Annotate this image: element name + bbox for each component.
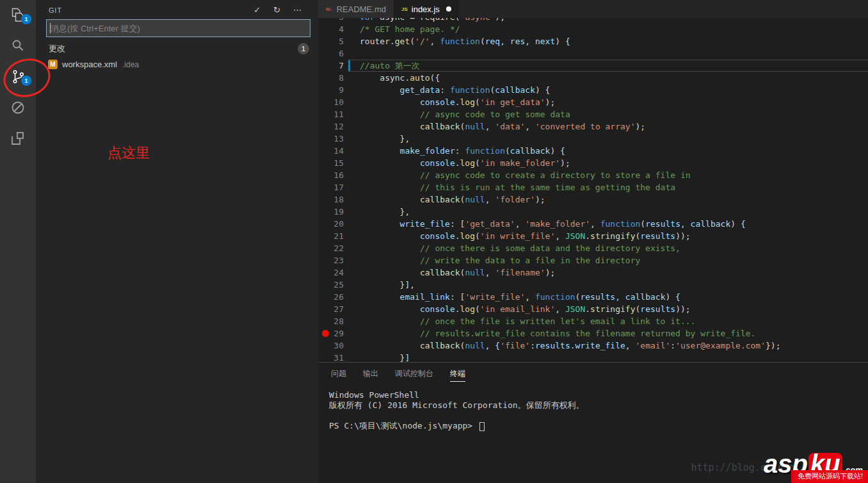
- line-number[interactable]: 17: [318, 181, 344, 193]
- activity-item-source-control[interactable]: 1: [0, 63, 36, 94]
- line-number[interactable]: 6: [318, 47, 344, 60]
- line-number[interactable]: 14: [318, 145, 344, 157]
- code-text: async.auto({: [360, 72, 868, 84]
- code-text: var async = require('async');: [360, 18, 868, 23]
- line-number[interactable]: 24: [318, 266, 344, 279]
- panel-tab[interactable]: 问题: [331, 368, 346, 382]
- commit-button[interactable]: ✓: [253, 5, 261, 15]
- code-line[interactable]: 15 console.log('in make_folder');: [318, 157, 868, 169]
- code-line[interactable]: 24 callback(null, 'filename');: [318, 266, 868, 279]
- code-line[interactable]: 13 },: [318, 133, 868, 145]
- line-number[interactable]: 18: [318, 193, 344, 206]
- line-number[interactable]: 3: [318, 18, 344, 23]
- scm-title: GIT: [49, 6, 253, 14]
- activity-item-search[interactable]: [0, 32, 36, 63]
- code-line[interactable]: 26 email_link: ['write_file', function(r…: [318, 291, 868, 303]
- line-number[interactable]: 20: [318, 218, 344, 230]
- code-text: callback(null, 'folder');: [360, 193, 868, 206]
- code-text: },: [360, 206, 868, 218]
- code-line[interactable]: 20 write_file: ['get_data', 'make_folder…: [318, 218, 868, 230]
- code-line[interactable]: 4/* GET home page. */: [318, 23, 868, 35]
- line-number[interactable]: 12: [318, 120, 344, 133]
- line-number[interactable]: 28: [318, 315, 344, 327]
- code-line[interactable]: 17 // this is run at the same time as ge…: [318, 181, 868, 193]
- editor-group: M↓ README.md JS index.js 3var async = re…: [318, 0, 868, 483]
- refresh-button[interactable]: ↻: [273, 5, 280, 15]
- panel-tab[interactable]: 调试控制台: [395, 368, 433, 382]
- more-actions-button[interactable]: ⋯: [293, 5, 301, 15]
- code-line[interactable]: 18 callback(null, 'folder');: [318, 193, 868, 206]
- code-text: callback(null, {'file':results.write_fil…: [360, 340, 868, 352]
- code-line[interactable]: 5router.get('/', function(req, res, next…: [318, 35, 868, 47]
- panel-tab[interactable]: 终端: [450, 368, 465, 382]
- code-line[interactable]: 6: [318, 47, 868, 60]
- line-number[interactable]: 8: [318, 72, 344, 84]
- code-text: // async code to get some data: [360, 108, 868, 120]
- unsaved-changes-dot[interactable]: [446, 6, 451, 12]
- code-line[interactable]: 21 console.log('in write_file', JSON.str…: [318, 230, 868, 242]
- code-line[interactable]: 9 get_data: function(callback) {: [318, 84, 868, 96]
- activity-item-debug[interactable]: [0, 94, 36, 124]
- line-number[interactable]: 4: [318, 23, 344, 35]
- code-text: // results.write_file contains the filen…: [360, 327, 868, 340]
- code-text: }]: [360, 352, 868, 362]
- line-number[interactable]: 22: [318, 242, 344, 254]
- code-line[interactable]: 14 make_folder: function(callback) {: [318, 145, 868, 157]
- line-number[interactable]: 19: [318, 206, 344, 218]
- changed-file-row[interactable]: M workspace.xml .idea: [36, 58, 318, 71]
- line-number[interactable]: 25: [318, 279, 344, 291]
- line-number[interactable]: 11: [318, 108, 344, 120]
- code-line[interactable]: 3var async = require('async');: [318, 18, 868, 23]
- code-line[interactable]: 27 console.log('in email_link', JSON.str…: [318, 303, 868, 315]
- activity-item-extensions[interactable]: [0, 124, 36, 155]
- tab-label: index.js: [412, 4, 440, 14]
- code-text: // once there is some data and the direc…: [360, 242, 868, 254]
- line-number[interactable]: 7: [318, 60, 344, 72]
- code-text: router.get('/', function(req, res, next)…: [360, 35, 868, 47]
- line-number[interactable]: 16: [318, 169, 344, 181]
- code-line[interactable]: 7//auto 第一次: [318, 60, 868, 72]
- line-number[interactable]: 30: [318, 340, 344, 352]
- code-line[interactable]: 29 // results.write_file contains the fi…: [318, 327, 868, 340]
- code-text: }],: [360, 279, 868, 291]
- line-number[interactable]: 9: [318, 84, 344, 96]
- line-number[interactable]: 23: [318, 254, 344, 266]
- terminal-cursor: [479, 422, 485, 431]
- code-line[interactable]: 8 async.auto({: [318, 72, 868, 84]
- search-icon: [10, 38, 26, 57]
- panel-tab[interactable]: 输出: [363, 368, 378, 382]
- line-number[interactable]: 5: [318, 35, 344, 47]
- line-number[interactable]: 27: [318, 303, 344, 315]
- line-number[interactable]: 13: [318, 133, 344, 145]
- breakpoint-dot[interactable]: [322, 330, 329, 337]
- tab-readme-md[interactable]: M↓ README.md: [318, 0, 394, 18]
- line-number[interactable]: 26: [318, 291, 344, 303]
- line-number[interactable]: 10: [318, 96, 344, 108]
- code-editor[interactable]: 3var async = require('async');4/* GET ho…: [318, 18, 868, 362]
- line-number[interactable]: 21: [318, 230, 344, 242]
- changes-section-header[interactable]: 更改 1: [36, 37, 318, 58]
- line-number[interactable]: 31: [318, 352, 344, 362]
- tab-index-js[interactable]: JS index.js: [394, 0, 459, 18]
- code-line[interactable]: 19 },: [318, 206, 868, 218]
- code-line[interactable]: 12 callback(null, 'data', 'converted to …: [318, 120, 868, 133]
- code-line[interactable]: 11 // async code to get some data: [318, 108, 868, 120]
- git-modified-line-indicator: [348, 60, 350, 71]
- code-line[interactable]: 16 // async code to create a directory t…: [318, 169, 868, 181]
- tab-label: README.md: [337, 4, 386, 14]
- code-line[interactable]: 30 callback(null, {'file':results.write_…: [318, 340, 868, 352]
- code-text: get_data: function(callback) {: [360, 84, 868, 96]
- code-line[interactable]: 28 // once the file is written let's ema…: [318, 315, 868, 327]
- code-text: /* GET home page. */: [360, 23, 868, 35]
- commit-message-input[interactable]: [46, 19, 310, 37]
- line-number[interactable]: 15: [318, 157, 344, 169]
- code-line[interactable]: 23 // write the data to a file in the di…: [318, 254, 868, 266]
- changed-file-path: .idea: [122, 60, 139, 69]
- code-line[interactable]: 10 console.log('in get_data');: [318, 96, 868, 108]
- code-text: // async code to create a directory to s…: [360, 169, 868, 181]
- activity-item-explorer[interactable]: 1: [0, 1, 36, 32]
- code-text: //auto 第一次: [360, 60, 868, 72]
- code-line[interactable]: 22 // once there is some data and the di…: [318, 242, 868, 254]
- code-line[interactable]: 25 }],: [318, 279, 868, 291]
- code-line[interactable]: 31 }]: [318, 352, 868, 362]
